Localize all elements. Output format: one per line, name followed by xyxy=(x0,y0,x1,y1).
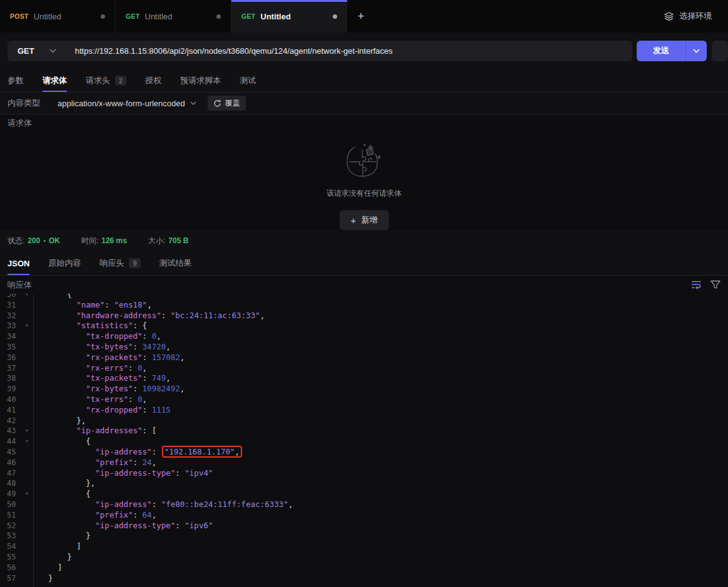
line-number: 48 xyxy=(0,478,21,489)
request-tab-预请求脚本[interactable]: 预请求脚本 xyxy=(180,69,221,92)
code-line: 32 "hardware-address": "bc:24:11:ac:63:3… xyxy=(0,311,728,321)
send-button[interactable]: 发送 xyxy=(637,41,707,61)
response-body-label: 响应体 xyxy=(8,279,32,291)
status-code: 200 xyxy=(28,236,40,245)
line-number: 40 xyxy=(0,394,21,405)
count-badge: 9 xyxy=(129,258,140,268)
code-line: 39 "rx-bytes": 10982492, xyxy=(0,384,728,394)
status-label: 状态: xyxy=(8,236,24,246)
time-group: 时间: 126 ms xyxy=(81,236,127,246)
count-badge: 2 xyxy=(115,76,126,86)
code-line: 30▾ { xyxy=(0,294,728,300)
tab-title: Untitled xyxy=(145,12,212,21)
tab-label: 原始内容 xyxy=(48,258,81,269)
line-number: 41 xyxy=(0,405,21,416)
code-line: 31 "name": "ens18", xyxy=(0,300,728,311)
send-options-chevron-icon[interactable] xyxy=(686,49,707,53)
environment-selector[interactable]: 选择环境 xyxy=(664,0,728,33)
url-text[interactable]: https://192.168.1.15:8006/api2/json/node… xyxy=(75,46,393,56)
response-tab-原始内容[interactable]: 原始内容 xyxy=(48,251,81,275)
line-number: 49 xyxy=(0,489,21,499)
line-number: 44 xyxy=(0,436,21,447)
status-group: 状态: 200 • OK xyxy=(8,236,60,246)
json-response-viewer[interactable]: 30▾ {31 "name": "ens18",32 "hardware-add… xyxy=(0,294,728,587)
line-number: 43 xyxy=(0,426,21,436)
line-number: 53 xyxy=(0,531,21,541)
request-body-empty-state: 该请求没有任何请求体 + 新增 xyxy=(0,131,728,230)
tab-label: 请求体 xyxy=(43,75,67,86)
line-number: 33 xyxy=(0,321,21,331)
collapse-arrow-icon[interactable]: ▾ xyxy=(21,321,33,331)
url-input[interactable]: GET https://192.168.1.15:8006/api2/json/… xyxy=(8,41,632,61)
request-body-section-label: 请求体 xyxy=(0,114,728,131)
line-number: 56 xyxy=(0,563,21,573)
code-line: 41 "rx-dropped": 1115 xyxy=(0,405,728,416)
code-line: 55 } xyxy=(0,552,728,563)
code-line: 38 "tx-packets": 749, xyxy=(0,373,728,384)
line-number: 31 xyxy=(0,300,21,311)
tab-label: JSON xyxy=(8,259,29,268)
code-line: 42 }, xyxy=(0,416,728,426)
request-tab-参数[interactable]: 参数 xyxy=(8,69,24,92)
save-button-partial[interactable] xyxy=(712,41,728,61)
send-button-label: 发送 xyxy=(637,45,685,56)
time-value: 126 ms xyxy=(101,236,127,245)
request-tab-请求头[interactable]: 请求头2 xyxy=(86,69,126,92)
response-tab-测试结果[interactable]: 测试结果 xyxy=(159,251,192,275)
puzzle-empty-icon xyxy=(342,143,386,182)
line-number: 39 xyxy=(0,384,21,394)
line-number: 47 xyxy=(0,468,21,479)
app-window: POSTUntitledGETUntitledGETUntitled + 选择环… xyxy=(0,0,728,587)
chevron-down-icon[interactable] xyxy=(49,49,56,53)
request-tab[interactable]: GETUntitled xyxy=(116,0,231,33)
new-tab-button[interactable]: + xyxy=(347,0,375,33)
line-number: 57 xyxy=(0,573,21,584)
refresh-icon xyxy=(213,99,221,108)
line-number: 34 xyxy=(0,331,21,342)
plus-icon: + xyxy=(357,9,364,23)
request-tab[interactable]: GETUntitled xyxy=(231,0,347,33)
content-type-select[interactable]: application/x-www-form-urlencoded xyxy=(58,99,196,108)
unsaved-dot-icon xyxy=(333,14,337,19)
add-body-button-label: 新增 xyxy=(361,214,377,226)
content-type-row: 内容类型 application/x-www-form-urlencoded 覆… xyxy=(0,93,728,114)
request-bar: GET https://192.168.1.15:8006/api2/json/… xyxy=(0,33,728,69)
override-button[interactable]: 覆盖 xyxy=(208,96,246,111)
code-line: 34 "tx-dropped": 0, xyxy=(0,331,728,342)
tab-label: 响应头 xyxy=(99,258,124,269)
code-line: 36 "rx-packets": 157082, xyxy=(0,353,728,363)
add-body-button[interactable]: + 新增 xyxy=(340,210,389,230)
word-wrap-icon[interactable] xyxy=(691,280,702,289)
collapse-arrow-icon[interactable]: ▾ xyxy=(21,426,33,436)
line-number: 30 xyxy=(0,294,21,300)
request-tab[interactable]: POSTUntitled xyxy=(0,0,116,33)
response-tab-响应头[interactable]: 响应头9 xyxy=(99,251,140,275)
request-tabs: 参数请求体请求头2授权预请求脚本测试 xyxy=(0,69,728,93)
response-tab-JSON[interactable]: JSON xyxy=(8,251,29,275)
tab-strip: POSTUntitledGETUntitledGETUntitled xyxy=(0,0,347,33)
request-tab-测试[interactable]: 测试 xyxy=(240,69,256,92)
collapse-arrow-icon[interactable]: ▾ xyxy=(21,489,33,499)
tab-label: 预请求脚本 xyxy=(180,75,221,86)
tab-method-label: GET xyxy=(126,13,140,20)
status-dot: • xyxy=(43,238,46,244)
chevron-down-icon xyxy=(190,101,196,105)
empty-body-caption: 该请求没有任何请求体 xyxy=(326,188,402,199)
response-status-bar: 状态: 200 • OK 时间: 126 ms 大小: 705 B xyxy=(0,230,728,251)
code-line: 53 } xyxy=(0,531,728,541)
line-number: 42 xyxy=(0,416,21,426)
request-tab-请求体[interactable]: 请求体 xyxy=(43,69,67,92)
code-line: 47 "ip-address-type": "ipv4" xyxy=(0,468,728,479)
request-tab-授权[interactable]: 授权 xyxy=(145,69,161,92)
tab-label: 测试结果 xyxy=(159,258,192,269)
code-line: 56 ] xyxy=(0,563,728,573)
method-select[interactable]: GET xyxy=(18,46,34,56)
line-number: 45 xyxy=(0,447,21,458)
tab-label: 测试 xyxy=(240,75,256,86)
override-button-label: 覆盖 xyxy=(225,98,240,109)
collapse-arrow-icon[interactable]: ▾ xyxy=(21,294,33,300)
filter-icon[interactable] xyxy=(710,280,720,289)
code-line: 49▾ { xyxy=(0,489,728,499)
code-line: 52 "ip-address-type": "ipv6" xyxy=(0,521,728,531)
collapse-arrow-icon[interactable]: ▾ xyxy=(21,436,33,447)
